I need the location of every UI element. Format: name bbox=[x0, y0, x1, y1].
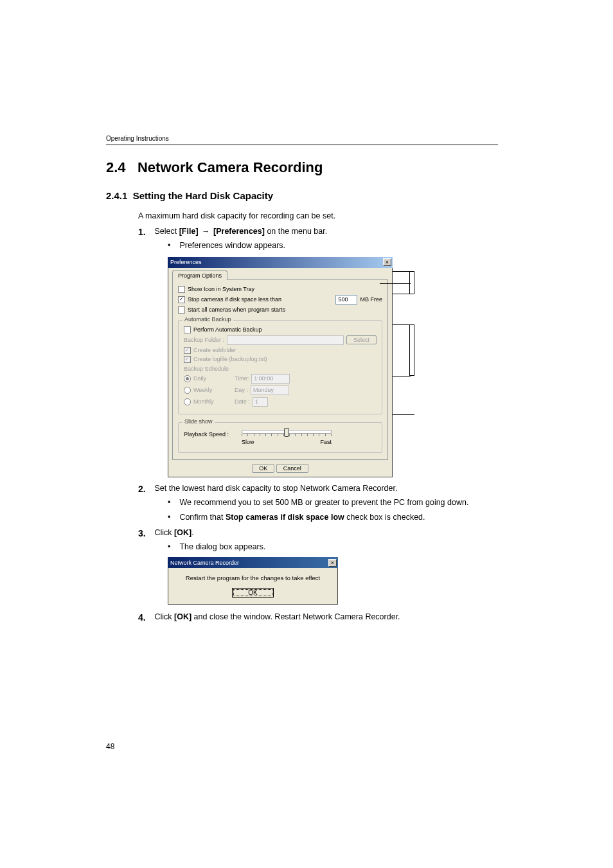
bullet-text: We recommend you to set 500 MB or greate… bbox=[179, 497, 468, 509]
step-number: 2. bbox=[138, 484, 152, 494]
dialog-title: Preferences bbox=[170, 259, 202, 265]
menu-file: [File] bbox=[179, 227, 199, 236]
dialog-titlebar: Network Camera Recorder × bbox=[168, 557, 338, 568]
callout-line bbox=[393, 414, 414, 415]
preferences-dialog: Preferences × Program Options Show Icon … bbox=[168, 257, 393, 477]
ok-button[interactable]: OK bbox=[252, 464, 274, 473]
checkbox-perform-backup[interactable] bbox=[184, 326, 191, 333]
step-text: Click bbox=[154, 612, 174, 621]
bullet-icon: • bbox=[168, 497, 170, 509]
backup-folder-input bbox=[227, 335, 344, 345]
callout-bracket bbox=[409, 324, 414, 376]
radio-label: Monthly bbox=[193, 398, 232, 405]
tab-program-options[interactable]: Program Options bbox=[172, 270, 227, 280]
select-button: Select bbox=[346, 335, 377, 344]
callout-bracket bbox=[409, 271, 414, 294]
step-text: and close the window. Restart Network Ca… bbox=[191, 612, 400, 621]
step-3-bullet-1: • The dialog box appears. bbox=[168, 541, 498, 553]
checkbox-stop-cameras[interactable]: ✓ bbox=[178, 296, 185, 303]
step-number: 1. bbox=[138, 227, 152, 237]
checkbox-label: Perform Automatic Backup bbox=[193, 326, 262, 333]
radio-label: Daily bbox=[193, 375, 232, 382]
bullet-text: The dialog box appears. bbox=[179, 541, 265, 553]
step-text: on the menu bar. bbox=[265, 227, 327, 236]
mb-free-label: MB Free bbox=[360, 296, 382, 303]
restart-message-box: Network Camera Recorder × Restart the pr… bbox=[168, 557, 338, 605]
step-text: . bbox=[191, 528, 193, 537]
arrow-icon: → bbox=[199, 227, 213, 236]
step-2: 2. Set the lowest hard disk capacity to … bbox=[138, 484, 498, 494]
time-label: Time: bbox=[235, 375, 249, 382]
intro-text: A maximum hard disk capacity for recordi… bbox=[138, 210, 498, 222]
checkbox-label: Create subfolder bbox=[193, 347, 236, 353]
step-4: 4. Click [OK] and close the window. Rest… bbox=[138, 612, 498, 623]
callout-line bbox=[393, 294, 411, 294]
checkbox-show-tray[interactable] bbox=[178, 286, 185, 293]
section-heading: 2.4 Network Camera Recording bbox=[106, 159, 498, 176]
checkbox-create-subfolder: ✓ bbox=[184, 347, 191, 354]
callout-line bbox=[393, 324, 411, 325]
message-text: Restart the program for the changes to t… bbox=[173, 574, 332, 581]
dialog-titlebar: Preferences × bbox=[168, 257, 393, 268]
bullet-text: check box is checked. bbox=[344, 513, 425, 522]
radio-label: Weekly bbox=[193, 387, 232, 393]
ok-ref: [OK] bbox=[174, 612, 191, 621]
ok-button[interactable]: OK bbox=[232, 588, 273, 598]
group-automatic-backup: Automatic Backup bbox=[182, 316, 233, 323]
checkbox-start-all[interactable] bbox=[178, 306, 185, 314]
step-number: 4. bbox=[138, 612, 152, 623]
step-1-bullet-1: • Preferences window appears. bbox=[168, 240, 498, 252]
close-icon[interactable]: × bbox=[328, 559, 337, 567]
cancel-button[interactable]: Cancel bbox=[276, 464, 308, 473]
close-icon[interactable]: × bbox=[383, 258, 391, 266]
bullet-icon: • bbox=[168, 240, 170, 252]
bullet-icon: • bbox=[168, 541, 170, 553]
playback-speed-slider[interactable] bbox=[242, 430, 332, 434]
step-1: 1. Select [File] → [Preferences] on the … bbox=[138, 227, 498, 237]
playback-speed-label: Playback Speed : bbox=[184, 429, 239, 438]
radio-monthly bbox=[184, 398, 191, 405]
bullet-icon: • bbox=[168, 511, 170, 524]
checkbox-label: Start all cameras when program starts bbox=[188, 306, 285, 313]
checkbox-label: Stop cameras if disk space less than bbox=[188, 296, 281, 303]
fast-label: Fast bbox=[320, 439, 332, 445]
date-input: 1 bbox=[253, 397, 268, 407]
step-3: 3. Click [OK]. bbox=[138, 528, 498, 538]
dialog-title: Network Camera Recorder bbox=[170, 560, 239, 566]
subsection-number: 2.4.1 bbox=[106, 190, 127, 201]
callout-line bbox=[393, 376, 411, 376]
slow-label: Slow bbox=[242, 439, 254, 445]
callout-line bbox=[393, 271, 411, 272]
subsection-title: Setting the Hard Disk Capacity bbox=[133, 190, 273, 201]
radio-daily bbox=[184, 375, 191, 382]
checkbox-label: Show Icon in System Tray bbox=[188, 286, 254, 292]
section-number: 2.4 bbox=[106, 159, 126, 175]
bullet-text: Preferences window appears. bbox=[179, 240, 285, 252]
page-number: 48 bbox=[106, 742, 114, 751]
step-text: Click bbox=[154, 528, 174, 537]
step-text: Set the lowest hard disk capacity to sto… bbox=[154, 484, 397, 493]
option-name: Stop cameras if disk space low bbox=[226, 513, 344, 522]
time-input: 1:00:00 bbox=[251, 374, 290, 384]
checkbox-label: Create logfile (backuplog.txt) bbox=[193, 356, 267, 362]
backup-schedule-label: Backup Schedule bbox=[184, 366, 377, 372]
callout-line bbox=[380, 283, 411, 284]
section-title: Network Camera Recording bbox=[138, 159, 323, 175]
menu-preferences: [Preferences] bbox=[213, 227, 265, 236]
backup-folder-label: Backup Folder : bbox=[184, 337, 224, 343]
ok-ref: [OK] bbox=[174, 528, 191, 537]
bullet-text: Confirm that bbox=[179, 513, 226, 522]
day-select: Monday bbox=[251, 385, 289, 395]
step-number: 3. bbox=[138, 528, 152, 538]
mb-input[interactable]: 500 bbox=[335, 295, 357, 305]
checkbox-create-logfile: ✓ bbox=[184, 356, 191, 363]
step-2-bullet-1: • We recommend you to set 500 MB or grea… bbox=[168, 497, 498, 509]
day-label: Day : bbox=[235, 387, 248, 393]
running-header: Operating Instructions bbox=[106, 135, 498, 145]
radio-weekly bbox=[184, 387, 191, 394]
step-2-bullet-2: • Confirm that Stop cameras if disk spac… bbox=[168, 511, 498, 524]
date-label: Date : bbox=[235, 398, 250, 405]
group-slide-show: Slide show bbox=[182, 418, 215, 425]
step-text: Select bbox=[154, 227, 179, 236]
subsection-heading: 2.4.1 Setting the Hard Disk Capacity bbox=[106, 190, 498, 201]
